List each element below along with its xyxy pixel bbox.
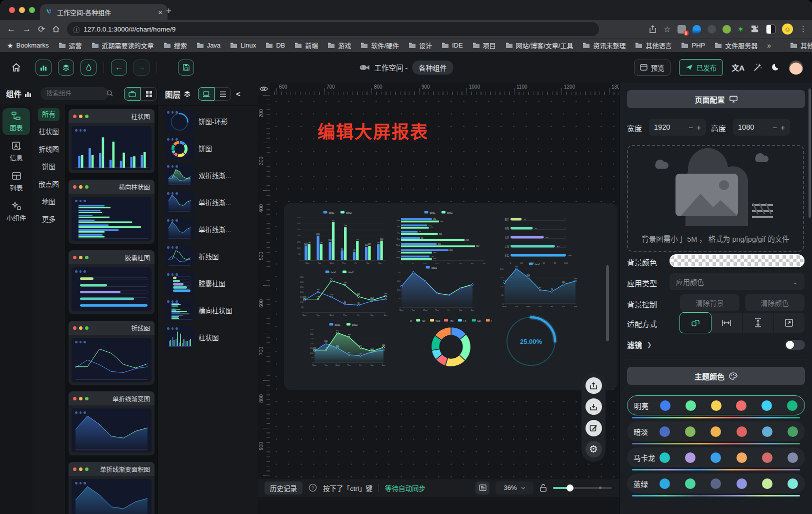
share-icon[interactable] (648, 25, 657, 34)
site-info-icon[interactable]: ⓘ (73, 25, 80, 34)
extension-icon[interactable] (708, 25, 716, 34)
category-item[interactable]: 折线图 (34, 143, 63, 156)
component-card[interactable]: 胶囊柱图 (68, 250, 154, 314)
translate-icon[interactable]: 文A (732, 62, 744, 73)
layers-tool-button[interactable] (58, 60, 74, 76)
theme-color-dot[interactable] (736, 478, 747, 489)
back-icon[interactable]: ← (7, 24, 16, 34)
layer-item[interactable]: 横向柱状图 (165, 299, 258, 322)
theme-row[interactable]: 暗淡 (627, 421, 805, 441)
minimize-window-button[interactable] (19, 7, 25, 13)
redo-button[interactable]: → (134, 60, 150, 76)
settings-gear-icon[interactable]: ⚙ (586, 441, 602, 457)
app-home-icon[interactable] (11, 62, 22, 73)
width-input[interactable]: 1920 − + (649, 119, 706, 136)
fit-width-button[interactable] (712, 313, 743, 333)
extension-icon[interactable] (722, 25, 731, 34)
layer-item[interactable]: 双折线渐... (165, 164, 258, 187)
canvas-chart-gradient-line[interactable]: data1050100150200MonTueWedThuFriSatSun (393, 265, 476, 313)
settings-scrollbar[interactable] (808, 89, 811, 218)
clear-background-button[interactable]: 清除背景 (680, 294, 740, 311)
canvas-chart-capsule[interactable]: 厦门20南阳40北京60上海80新疆100020406080100 (498, 210, 574, 267)
close-window-button[interactable] (9, 7, 15, 13)
component-card[interactable]: 柱状图 (68, 109, 154, 173)
bookmark-folder[interactable]: 资讯未整理 (582, 41, 626, 50)
layer-item[interactable]: 饼图-环形 (165, 110, 258, 133)
layer-item[interactable]: 胶囊柱图 (165, 272, 258, 295)
theme-color-dot[interactable] (762, 478, 772, 489)
increase-width-button[interactable]: + (696, 123, 701, 132)
height-input[interactable]: 1080 − + (733, 119, 790, 136)
page-config-header[interactable]: 页面配置 (627, 90, 805, 108)
thumbnail-view-button[interactable] (198, 87, 214, 101)
home-icon[interactable] (52, 25, 60, 33)
category-item[interactable]: 更多 (38, 213, 60, 226)
zoom-level-select[interactable]: 36% (496, 481, 534, 494)
theme-color-dot[interactable] (711, 400, 722, 411)
layer-item[interactable]: 柱状图 (165, 326, 258, 349)
theme-color-dot[interactable] (736, 452, 747, 463)
canvas-chart-bar[interactable]: data1data2050100150200250300350Mon120130… (293, 210, 388, 266)
canvas-chart-gradient-area[interactable]: data1050100150200MonTueWedThuFriSatSun12… (496, 261, 579, 309)
user-avatar[interactable] (789, 61, 803, 75)
extension-icon[interactable] (692, 25, 701, 34)
fit-stretch-button[interactable] (774, 313, 805, 333)
close-tab-icon[interactable]: × (158, 8, 162, 17)
bookmark-folder[interactable]: IDE (442, 42, 463, 49)
theme-color-dot[interactable] (762, 426, 772, 437)
app-type-select[interactable]: 应用颜色 ⌄ (670, 273, 804, 290)
tab-info[interactable]: A 信息 (2, 138, 30, 165)
theme-color-dot[interactable] (736, 426, 747, 437)
dark-mode-moon-icon[interactable] (771, 63, 780, 72)
grid-view-button[interactable] (140, 87, 157, 101)
help-icon[interactable]: ? (308, 483, 317, 492)
collapse-panel-chevron[interactable]: < (236, 90, 240, 98)
bookmark-folder[interactable]: 项目 (472, 41, 496, 50)
bookmark-folder[interactable]: 运营 (58, 41, 82, 50)
magic-wand-icon[interactable] (753, 63, 762, 72)
theme-color-dot[interactable] (788, 452, 798, 463)
bookmark-folder[interactable]: 其他语言 (635, 41, 672, 50)
fit-height-button[interactable] (742, 313, 774, 333)
theme-option[interactable]: 暗淡 (627, 421, 805, 444)
theme-color-header[interactable]: 主题颜色 (627, 367, 805, 385)
canvas-grid[interactable]: 编辑大屏报表 data1data2050100150200250300350Mo… (270, 95, 619, 478)
bookmark-folder[interactable]: 软件/硬件 (360, 41, 399, 50)
export-button[interactable] (586, 377, 602, 394)
workspace-name-badge[interactable]: 各种组件 (412, 61, 453, 75)
theme-color-dot[interactable] (686, 400, 696, 411)
theme-color-dot[interactable] (762, 452, 772, 463)
slider-knob[interactable] (566, 484, 574, 491)
category-item[interactable]: 地图 (38, 196, 60, 209)
layer-item[interactable]: 饼图 (165, 137, 258, 160)
zoom-slider[interactable] (553, 484, 612, 491)
history-button[interactable]: 历史记录 (264, 481, 302, 494)
bottom-panel-toggle[interactable] (476, 481, 490, 494)
decrease-width-button[interactable]: − (688, 123, 693, 132)
theme-option[interactable]: 马卡龙 (627, 447, 805, 470)
increase-height-button[interactable]: + (780, 123, 785, 132)
layer-item[interactable]: 单折线渐... (165, 218, 258, 241)
toolbox-view-button[interactable] (124, 87, 140, 101)
bookmark-folder[interactable]: Java (196, 42, 220, 49)
theme-row[interactable]: 明亮 (627, 395, 805, 415)
browser-menu-icon[interactable]: ⋮ (800, 25, 807, 34)
forward-icon[interactable]: → (22, 24, 31, 34)
extension-star-icon[interactable]: ✶ (738, 25, 744, 34)
theme-color-dot[interactable] (685, 452, 696, 463)
bookmark-folder[interactable]: 搜索 (164, 41, 187, 50)
tab-widgets[interactable]: 小组件 (2, 198, 30, 225)
canvas-chart-line[interactable]: data1data2050100150200250300350MonTueWed… (296, 269, 389, 318)
theme-color-dot[interactable] (660, 426, 670, 437)
unlock-icon[interactable] (540, 483, 547, 492)
bookmark-folder[interactable]: 设计 (408, 41, 432, 50)
theme-color-dot[interactable] (787, 400, 798, 411)
canvas-chart-progress-ring[interactable]: 25.00% (502, 314, 560, 369)
save-button[interactable] (178, 60, 194, 76)
category-item[interactable]: 所有 (38, 108, 60, 121)
component-card[interactable]: 单折线渐变图 (68, 391, 154, 455)
other-bookmarks[interactable]: 其他书签 (790, 41, 812, 50)
charts-tool-button[interactable] (36, 60, 52, 76)
theme-color-dot[interactable] (788, 426, 798, 437)
theme-option[interactable]: 蓝绿 (627, 473, 805, 496)
